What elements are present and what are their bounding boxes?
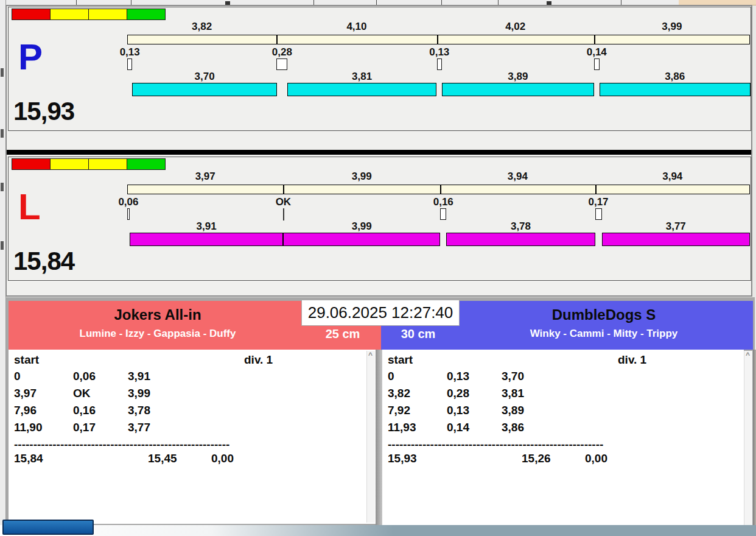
table-cell: 0,13 bbox=[447, 370, 469, 382]
split-bar-divider bbox=[276, 35, 278, 44]
split-time-label: 3,99 bbox=[662, 21, 682, 32]
table-cell: 3,70 bbox=[502, 370, 524, 382]
lane-letter: L bbox=[18, 189, 41, 225]
dog-time-label: 3,81 bbox=[352, 71, 372, 82]
scroll-up-icon[interactable]: ^ bbox=[746, 351, 750, 359]
team-left-scrollbar[interactable]: ^ bbox=[366, 351, 375, 523]
split-time-label: 3,99 bbox=[352, 171, 372, 182]
split-bar bbox=[127, 35, 750, 44]
toolbar-separator bbox=[498, 0, 499, 5]
split-bar-divider bbox=[283, 185, 284, 194]
team-left-dogs: Lumine - Izzy - Gappasia - Duffy bbox=[9, 328, 307, 340]
dog-time-label: 3,99 bbox=[352, 221, 372, 231]
changeover-loss-box bbox=[595, 208, 602, 220]
date-time-display: 29.06.2025 12:27:40 bbox=[301, 300, 460, 326]
dog-run-bar bbox=[283, 233, 440, 246]
table-total-cell: 0,00 bbox=[585, 453, 607, 464]
split-bar-divider bbox=[440, 185, 441, 194]
split-bar-divider bbox=[594, 35, 595, 44]
dog-time-label: 3,86 bbox=[665, 71, 685, 82]
split-time-label: 4,10 bbox=[346, 21, 366, 32]
table-cell: 3,77 bbox=[128, 421, 150, 433]
dog-run-bar bbox=[602, 233, 750, 246]
table-start-label: start bbox=[14, 354, 39, 365]
table-cell: 3,89 bbox=[502, 404, 524, 416]
lane-divider bbox=[7, 150, 751, 155]
table-cell: 3,78 bbox=[128, 404, 150, 416]
changeover-loss-label: 0,06 bbox=[118, 197, 138, 207]
timing-window: 3,820,133,704,100,283,814,020,133,893,99… bbox=[5, 5, 752, 297]
traffic-light-segment-3 bbox=[127, 9, 166, 20]
team-left-name: Jokers All-in bbox=[9, 306, 307, 324]
dog-run-bar bbox=[287, 83, 436, 96]
split-bar-divider bbox=[595, 185, 597, 194]
split-time-label: 3,97 bbox=[195, 171, 215, 182]
team-right-result-list[interactable]: startdiv. 100,133,703,820,283,817,920,13… bbox=[382, 350, 744, 526]
traffic-light-segment-0 bbox=[12, 158, 51, 170]
team-right-dogs: Winky - Cammi - Mitty - Trippy bbox=[455, 328, 753, 340]
split-bar bbox=[127, 185, 750, 194]
team-right-scrollbar[interactable]: ^ bbox=[744, 351, 752, 525]
team-right-jump-height: 30 cm bbox=[381, 326, 455, 341]
changeover-loss-label: 0,17 bbox=[588, 197, 608, 207]
traffic-light-segment-1 bbox=[50, 9, 89, 20]
table-cell: 0 bbox=[14, 370, 21, 382]
table-total-cell: 15,84 bbox=[14, 453, 43, 464]
table-cell: 7,92 bbox=[388, 404, 410, 416]
background-window-button[interactable] bbox=[2, 520, 94, 535]
changeover-loss-label: 0,16 bbox=[433, 197, 453, 207]
table-cell: 3,81 bbox=[502, 387, 524, 399]
dog-run-bar bbox=[446, 233, 595, 246]
dog-run-bar bbox=[130, 233, 284, 246]
changeover-loss-box bbox=[127, 208, 130, 220]
lane-p-panel: 3,820,133,704,100,283,814,020,133,893,99… bbox=[8, 7, 751, 131]
frame-text-fragment bbox=[1, 68, 4, 77]
table-cell: 3,82 bbox=[388, 387, 410, 399]
panel-divider bbox=[376, 350, 382, 526]
table-separator: ----------------------------------------… bbox=[14, 439, 229, 450]
table-cell: 0,14 bbox=[447, 421, 469, 433]
lane-letter: P bbox=[18, 39, 43, 76]
lane-total-time: 15,84 bbox=[13, 249, 74, 274]
table-cell: 0,28 bbox=[447, 387, 469, 399]
traffic-light-segment-2 bbox=[88, 158, 127, 170]
team-left-jump-height: 25 cm bbox=[304, 326, 381, 341]
table-cell: 11,90 bbox=[14, 421, 43, 433]
table-cell: 3,99 bbox=[128, 387, 150, 399]
changeover-loss-label: 0,13 bbox=[429, 47, 449, 57]
table-division-label: div. 1 bbox=[244, 354, 273, 365]
table-total-cell: 15,45 bbox=[148, 453, 177, 464]
dog-run-bar bbox=[442, 83, 594, 96]
changeover-loss-box bbox=[437, 58, 442, 70]
dog-time-label: 3,89 bbox=[508, 71, 528, 82]
changeover-loss-box bbox=[276, 58, 287, 70]
changeover-loss-label: 0,28 bbox=[272, 47, 292, 57]
traffic-light-segment-0 bbox=[12, 9, 51, 20]
changeover-loss-box bbox=[127, 58, 132, 70]
table-separator: ----------------------------------------… bbox=[388, 439, 603, 450]
table-start-label: start bbox=[388, 354, 413, 365]
dog-time-label: 3,77 bbox=[666, 221, 686, 231]
changeover-loss-box bbox=[440, 208, 446, 220]
frame-text-fragment bbox=[1, 241, 4, 250]
changeover-loss-label: OK bbox=[276, 197, 292, 207]
dog-run-bar bbox=[600, 83, 751, 96]
table-cell: 0 bbox=[388, 370, 394, 382]
table-division-label: div. 1 bbox=[618, 354, 646, 365]
table-cell: 0,16 bbox=[73, 404, 96, 416]
changeover-loss-label: 0,13 bbox=[120, 47, 140, 57]
table-cell: 0,17 bbox=[73, 421, 96, 433]
dog-time-label: 3,70 bbox=[195, 71, 215, 82]
lane-total-time: 15,93 bbox=[13, 99, 74, 124]
table-cell: 3,91 bbox=[128, 370, 150, 382]
frame-text-fragment bbox=[1, 183, 4, 191]
team-right-name: DumbleDogs S bbox=[455, 306, 753, 324]
table-total-cell: 0,00 bbox=[211, 453, 234, 464]
team-left-result-list[interactable]: startdiv. 100,063,913,97OK3,997,960,163,… bbox=[9, 350, 376, 524]
dog-time-label: 3,91 bbox=[197, 221, 217, 231]
toolbar-separator bbox=[376, 0, 377, 5]
scroll-up-icon[interactable]: ^ bbox=[368, 351, 373, 359]
toolbar-separator bbox=[313, 0, 314, 5]
changeover-ok-tick bbox=[283, 208, 284, 220]
flyball-timing-screen: 3,820,133,704,100,283,814,020,133,893,99… bbox=[0, 0, 756, 536]
